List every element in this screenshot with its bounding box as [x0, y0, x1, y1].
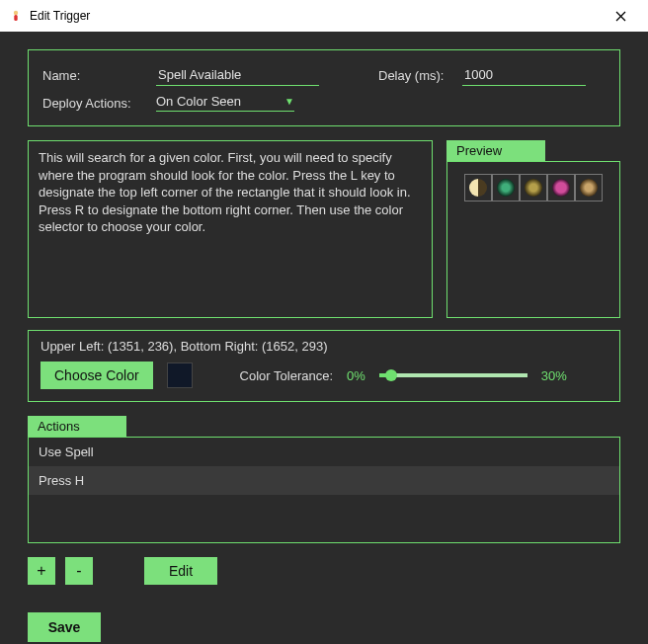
- actions-list[interactable]: Use Spell Press H: [28, 437, 620, 543]
- slider-thumb[interactable]: [385, 369, 397, 381]
- title-bar: Edit Trigger: [0, 0, 648, 32]
- action-row[interactable]: Use Spell: [29, 438, 619, 466]
- color-tolerance-label: Color Tolerance:: [240, 368, 333, 383]
- save-button[interactable]: Save: [28, 612, 101, 642]
- spell-slot-3: [520, 174, 547, 201]
- app-icon: [8, 8, 24, 24]
- spell-slot-4: [547, 174, 575, 201]
- deploy-actions-select[interactable]: On Color Seen ▼: [156, 94, 294, 112]
- deploy-actions-value: On Color Seen: [156, 94, 284, 109]
- actions-label: Actions: [28, 416, 126, 437]
- preview-label: Preview: [446, 140, 545, 161]
- deploy-actions-label: Deploy Actions:: [42, 96, 146, 111]
- coords-text: Upper Left: (1351, 236), Bottom Right: (…: [40, 339, 608, 354]
- close-icon: [615, 11, 626, 22]
- action-row[interactable]: Press H: [29, 466, 619, 495]
- name-label: Name:: [42, 68, 146, 83]
- preview-box: [446, 161, 620, 318]
- delay-input[interactable]: [462, 64, 586, 86]
- remove-action-button[interactable]: -: [65, 557, 93, 585]
- add-action-button[interactable]: +: [28, 557, 55, 585]
- tolerance-slider[interactable]: [379, 373, 527, 377]
- tolerance-min: 0%: [347, 368, 365, 383]
- color-swatch[interactable]: [167, 362, 193, 388]
- window-title: Edit Trigger: [30, 9, 90, 23]
- tolerance-max: 30%: [541, 368, 567, 383]
- header-form-panel: Name: Delay (ms): Deploy Actions: On Col…: [28, 49, 620, 126]
- color-region-panel: Upper Left: (1351, 236), Bottom Right: (…: [28, 330, 620, 402]
- choose-color-button[interactable]: Choose Color: [40, 362, 153, 389]
- window-close-button[interactable]: [601, 2, 640, 30]
- delay-label: Delay (ms):: [378, 68, 452, 83]
- chevron-down-icon: ▼: [284, 96, 294, 107]
- spell-slot-1: [464, 174, 492, 201]
- name-input[interactable]: [156, 64, 319, 86]
- description-box: This will search for a given color. Firs…: [28, 140, 433, 318]
- spell-slot-5: [575, 174, 603, 201]
- edit-action-button[interactable]: Edit: [144, 557, 217, 585]
- svg-rect-1: [14, 15, 17, 21]
- preview-spell-bar: [464, 174, 603, 201]
- spell-slot-2: [492, 174, 520, 201]
- svg-point-0: [14, 11, 18, 15]
